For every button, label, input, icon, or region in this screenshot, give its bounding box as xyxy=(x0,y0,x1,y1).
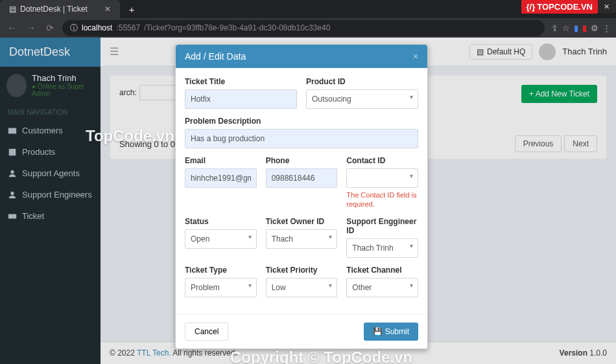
save-icon: 💾 xyxy=(373,327,383,336)
input-email[interactable] xyxy=(185,168,257,188)
label-contact-id: Contact ID xyxy=(346,156,418,165)
topcode-badge: {/} TOPCODE.VN xyxy=(521,0,598,14)
badge-icon: {/} xyxy=(527,2,536,12)
modal-close-icon[interactable]: × xyxy=(413,51,418,62)
select-contact-id[interactable] xyxy=(346,168,418,188)
select-channel[interactable]: Other xyxy=(346,278,418,297)
browser-tab[interactable]: ▤ DotnetDesk | Ticket ✕ xyxy=(0,0,120,18)
select-product-id[interactable]: Outsoucing xyxy=(306,89,418,109)
select-owner-id[interactable]: Thach xyxy=(266,229,338,249)
url-host: localhost xyxy=(82,23,112,32)
star-icon[interactable]: ☆ xyxy=(562,23,570,33)
label-problem-desc: Problem Description xyxy=(185,117,418,126)
label-ticket-type: Ticket Type xyxy=(185,266,257,275)
label-phone: Phone xyxy=(266,156,338,165)
url-path: /Ticket?org=93ffb78e-9e3b-4a91-dc30-08db… xyxy=(144,23,330,32)
label-engineer-id: Support Enggineer ID xyxy=(346,217,418,235)
submit-button[interactable]: 💾Submit xyxy=(364,323,418,341)
input-ticket-title[interactable] xyxy=(185,89,297,109)
forward-icon[interactable]: → xyxy=(25,23,38,33)
url-bar[interactable]: ⓘ localhost:55567/Ticket?org=93ffb78e-9e… xyxy=(62,20,545,36)
select-status[interactable]: Open xyxy=(185,229,257,249)
ext-icon[interactable]: ▮ xyxy=(582,23,587,33)
select-priority[interactable]: Low xyxy=(266,278,338,297)
tab-title: DotnetDesk | Ticket xyxy=(20,5,88,14)
tab-close-icon[interactable]: ✕ xyxy=(104,5,111,14)
back-icon[interactable]: ← xyxy=(5,23,18,33)
select-engineer-id[interactable]: Thach Trinh xyxy=(346,238,418,258)
tab-favicon: ▤ xyxy=(9,5,16,14)
reload-icon[interactable]: ⟳ xyxy=(44,23,56,33)
browser-toolbar: ← → ⟳ ⓘ localhost:55567/Ticket?org=93ffb… xyxy=(0,18,616,38)
close-icon[interactable]: ✕ xyxy=(597,0,616,13)
label-product-id: Product ID xyxy=(306,77,418,86)
modal-title: Add / Edit Data xyxy=(185,51,246,62)
input-phone[interactable] xyxy=(266,168,338,188)
select-ticket-type[interactable]: Problem xyxy=(185,278,257,297)
extension-icons: ⇪ ☆ ▮ ▮ ⚙ ⋮ xyxy=(551,23,611,33)
menu-icon[interactable]: ⋮ xyxy=(602,23,611,33)
label-owner-id: Ticket Owner ID xyxy=(266,217,338,226)
new-tab-button[interactable]: + xyxy=(124,3,140,16)
error-contact-id: The Contact ID field is required. xyxy=(346,190,418,209)
input-problem-desc[interactable] xyxy=(185,129,418,148)
cancel-button[interactable]: Cancel xyxy=(185,323,228,341)
share-icon[interactable]: ⇪ xyxy=(551,23,558,33)
add-edit-modal: Add / Edit Data × Ticket Title Product I… xyxy=(175,44,428,349)
label-status: Status xyxy=(185,217,257,226)
label-priority: Ticket Priority xyxy=(266,266,338,275)
app-shell: DotnetDesk Thach Trinh ● Online as Super… xyxy=(0,38,616,364)
ext-icon[interactable]: ⚙ xyxy=(591,23,598,33)
ext-icon[interactable]: ▮ xyxy=(574,23,578,33)
label-email: Email xyxy=(185,156,257,165)
label-ticket-title: Ticket Title xyxy=(185,77,297,86)
label-channel: Ticket Channel xyxy=(346,266,418,275)
info-icon: ⓘ xyxy=(70,23,78,34)
